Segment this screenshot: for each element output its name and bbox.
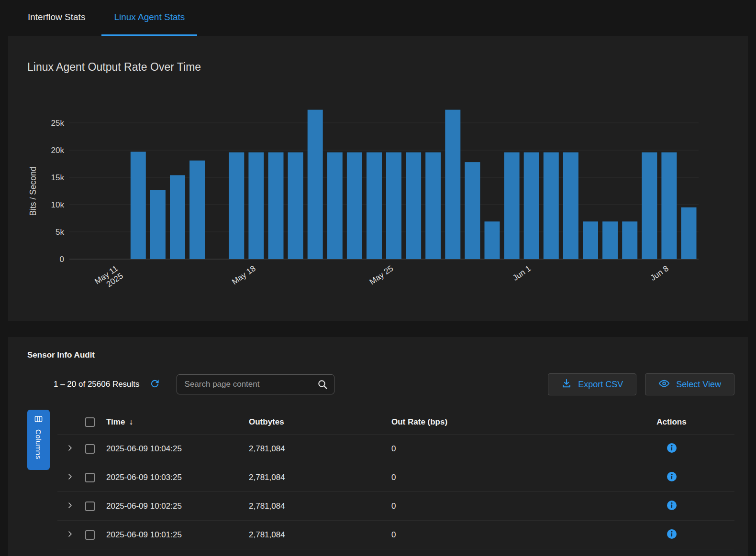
svg-text:May 25: May 25 xyxy=(368,264,395,287)
table-toolbar: 1 – 20 of 25606 Results xyxy=(27,373,734,395)
tab-label: Interflow Stats xyxy=(28,12,85,22)
cell-time: 2025-06-09 10:02:25 xyxy=(103,501,246,511)
row-info-button[interactable] xyxy=(667,443,677,455)
tab-linux-agent-stats[interactable]: Linux Agent Stats xyxy=(101,0,197,36)
sensor-info-audit-panel: Sensor Info Audit 1 – 20 of 25606 Result… xyxy=(8,337,748,556)
chevron-right-icon xyxy=(66,473,74,482)
chart-title: Linux Agent Output Rate Over Time xyxy=(27,36,729,74)
export-csv-button[interactable]: Export CSV xyxy=(548,373,636,395)
bar-chart-canvas: 05k10k15k20k25kMay 112025May 18May 25Jun… xyxy=(27,100,729,312)
expand-row-button[interactable] xyxy=(57,501,77,511)
svg-text:5k: 5k xyxy=(56,228,64,237)
select-view-label: Select View xyxy=(676,380,721,390)
expand-row-button[interactable] xyxy=(57,444,77,453)
table-row: 2025-06-09 10:04:25 2,781,084 0 xyxy=(57,435,734,463)
svg-text:Bits / Second: Bits / Second xyxy=(28,166,38,216)
chevron-right-icon xyxy=(66,444,74,453)
search-input[interactable] xyxy=(177,374,334,394)
search-container xyxy=(177,374,334,394)
svg-text:May 112025: May 112025 xyxy=(93,264,124,294)
columns-button[interactable]: Columns xyxy=(27,410,50,470)
select-all-checkbox[interactable] xyxy=(85,417,95,427)
chevron-right-icon xyxy=(66,501,74,511)
column-header-time[interactable]: Time↓ xyxy=(103,417,246,427)
row-info-button[interactable] xyxy=(667,471,677,483)
cell-out-rate: 0 xyxy=(389,444,609,454)
cell-outbytes: 2,781,084 xyxy=(246,501,389,511)
expand-row-button[interactable] xyxy=(57,530,77,539)
row-checkbox[interactable] xyxy=(85,473,95,482)
top-tab-bar: Interflow Stats Linux Agent Stats xyxy=(0,0,756,36)
table-region: Columns Time↓ Outbytes Out Rate (bps) Ac… xyxy=(27,410,734,549)
tab-interflow-stats[interactable]: Interflow Stats xyxy=(15,0,98,36)
column-label: Time xyxy=(106,417,125,426)
columns-button-label: Columns xyxy=(34,429,43,459)
svg-text:Jun 8: Jun 8 xyxy=(649,264,670,283)
export-csv-label: Export CSV xyxy=(578,380,623,390)
table-row: 2025-06-09 10:01:25 2,781,084 0 xyxy=(57,521,734,549)
refresh-icon xyxy=(149,378,160,391)
cell-time: 2025-06-09 10:01:25 xyxy=(103,530,246,540)
cell-outbytes: 2,781,084 xyxy=(246,530,389,540)
svg-text:May 18: May 18 xyxy=(230,264,257,287)
svg-text:25k: 25k xyxy=(51,119,65,128)
info-icon xyxy=(667,443,677,455)
tab-label: Linux Agent Stats xyxy=(114,12,185,22)
results-summary: 1 – 20 of 25606 Results xyxy=(54,380,140,389)
info-icon xyxy=(667,471,677,483)
cell-out-rate: 0 xyxy=(389,501,609,511)
info-icon xyxy=(667,529,677,541)
row-checkbox[interactable] xyxy=(85,501,95,511)
row-checkbox[interactable] xyxy=(85,444,95,454)
expand-row-button[interactable] xyxy=(57,473,77,482)
select-view-button[interactable]: Select View xyxy=(645,373,734,395)
column-header-actions: Actions xyxy=(609,417,734,427)
cell-out-rate: 0 xyxy=(389,473,609,482)
eye-icon xyxy=(658,378,670,392)
sensor-info-table: Time↓ Outbytes Out Rate (bps) Actions 20… xyxy=(57,410,734,549)
info-icon xyxy=(667,500,677,512)
cell-outbytes: 2,781,084 xyxy=(246,444,389,454)
cell-outbytes: 2,781,084 xyxy=(246,473,389,482)
chevron-right-icon xyxy=(66,530,74,539)
sort-desc-icon: ↓ xyxy=(129,417,133,426)
download-icon xyxy=(561,378,572,391)
svg-text:10k: 10k xyxy=(51,200,65,209)
cell-out-rate: 0 xyxy=(389,530,609,540)
row-info-button[interactable] xyxy=(667,529,677,541)
columns-icon xyxy=(34,414,43,425)
row-checkbox[interactable] xyxy=(85,530,95,540)
refresh-button[interactable] xyxy=(148,377,161,392)
chart-panel: Linux Agent Output Rate Over Time 05k10k… xyxy=(8,36,748,321)
output-rate-bar-chart: 05k10k15k20k25kMay 112025May 18May 25Jun… xyxy=(27,100,729,312)
cell-time: 2025-06-09 10:03:25 xyxy=(103,473,246,482)
table-header-row: Time↓ Outbytes Out Rate (bps) Actions xyxy=(57,410,734,435)
row-info-button[interactable] xyxy=(667,500,677,512)
cell-time: 2025-06-09 10:04:25 xyxy=(103,444,246,454)
svg-text:0: 0 xyxy=(60,255,64,264)
table-row: 2025-06-09 10:03:25 2,781,084 0 xyxy=(57,463,734,492)
svg-text:15k: 15k xyxy=(51,173,65,182)
table-row: 2025-06-09 10:02:25 2,781,084 0 xyxy=(57,492,734,521)
svg-text:20k: 20k xyxy=(51,146,65,155)
column-header-out-rate[interactable]: Out Rate (bps) xyxy=(389,417,609,427)
svg-text:Jun 1: Jun 1 xyxy=(511,264,533,283)
table-title: Sensor Info Audit xyxy=(27,350,734,360)
column-header-outbytes[interactable]: Outbytes xyxy=(246,417,389,427)
